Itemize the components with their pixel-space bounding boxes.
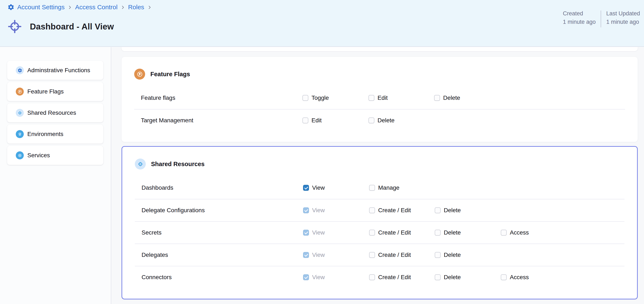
permission-checkbox[interactable] [501, 230, 507, 236]
account-settings-gear-icon [7, 4, 14, 11]
permission-option-delete[interactable]: Delete [434, 95, 460, 101]
page-title-row: Dashboard - All View [8, 19, 114, 34]
card-partial-top [122, 47, 638, 51]
permission-row-target-management: Target Management Edit Delete [134, 109, 625, 131]
permission-checkbox[interactable] [435, 230, 440, 236]
sidebar-item-feature-flags[interactable]: Feature Flags [7, 82, 103, 101]
breadcrumb-access-control[interactable]: Access Control [75, 4, 118, 11]
chevron-right-icon [147, 5, 152, 10]
sidebar-item-label: Environments [27, 131, 63, 137]
permission-row-label: Connectors [142, 274, 172, 281]
permission-rows: Feature flags Toggle Edit Delete Target … [134, 87, 625, 131]
permission-option-delete[interactable]: Delete [435, 207, 461, 214]
breadcrumb: Account Settings Access Control Roles [7, 4, 152, 11]
permission-row-feature-flags: Feature flags Toggle Edit Delete [134, 87, 625, 109]
page-header: Account Settings Access Control Roles Da… [0, 0, 644, 47]
permission-cards: Feature Flags Feature flags Toggle Edit … [122, 57, 638, 299]
permissions-content: Feature Flags Feature flags Toggle Edit … [111, 47, 644, 304]
permission-option-delete[interactable]: Delete [368, 117, 394, 124]
permission-checkbox-label: Delete [444, 251, 461, 258]
permission-option-access[interactable]: Access [501, 274, 529, 281]
permission-checkbox-label: Create / Edit [378, 274, 411, 281]
permission-checkbox-label: Delete [444, 274, 461, 281]
created-value: 1 minute ago [563, 18, 596, 26]
sidebar-item-icon [16, 109, 24, 117]
permission-checkbox[interactable] [368, 118, 374, 123]
permission-checkbox[interactable] [302, 95, 308, 101]
sidebar-item-icon [16, 66, 24, 74]
permission-option-create-edit[interactable]: Create / Edit [369, 207, 411, 214]
permission-option-view: View [303, 207, 325, 214]
permission-checkbox [303, 274, 309, 280]
permission-option-delete[interactable]: Delete [435, 229, 461, 236]
permission-rows: Dashboards View Manage Delegate Configur… [135, 177, 624, 288]
sidebar-item-shared-resources[interactable]: Shared Resources [7, 103, 103, 122]
permission-option-view: View [303, 251, 325, 258]
breadcrumb-account-settings[interactable]: Account Settings [17, 4, 64, 11]
permission-checkbox[interactable] [434, 95, 440, 101]
permission-checkbox[interactable] [501, 274, 507, 280]
permission-checkbox[interactable] [369, 252, 375, 258]
permission-card-icon [135, 159, 146, 169]
permission-checkbox-label: View [312, 184, 325, 191]
sidebar-item-adminstrative-functions[interactable]: Adminstrative Functions [7, 61, 103, 80]
sidebar-item-environments[interactable]: Environments [7, 125, 103, 144]
sidebar-item-label: Services [27, 152, 50, 159]
permission-checkbox-label: View [312, 251, 325, 258]
permission-checkbox[interactable] [303, 185, 309, 191]
permission-option-edit[interactable]: Edit [302, 117, 322, 124]
permission-checkbox-label: Create / Edit [378, 229, 411, 236]
created-info: Created 1 minute ago [563, 9, 596, 27]
permission-row-connectors: Connectors View Create / Edit Delete Acc… [135, 266, 624, 288]
permission-option-manage[interactable]: Manage [369, 184, 400, 191]
permission-option-toggle[interactable]: Toggle [302, 95, 329, 101]
permission-row-label: Target Management [141, 117, 193, 124]
permission-option-create-edit[interactable]: Create / Edit [369, 251, 411, 258]
permission-option-view[interactable]: View [303, 184, 325, 191]
sidebar-item-label: Shared Resources [27, 110, 76, 116]
permission-option-access[interactable]: Access [501, 229, 529, 236]
permission-checkbox[interactable] [435, 252, 440, 258]
permission-card-header: Feature Flags [134, 68, 625, 80]
permission-option-delete[interactable]: Delete [435, 251, 461, 258]
permission-card-title: Shared Resources [151, 161, 205, 168]
chevron-right-icon [120, 5, 125, 10]
resource-group-sidebar: Adminstrative Functions Feature Flags Sh… [0, 47, 111, 304]
permission-checkbox-label: Delete [378, 117, 394, 124]
permission-checkbox [303, 252, 309, 258]
permission-checkbox[interactable] [369, 274, 375, 280]
permission-checkbox-label: View [312, 207, 325, 214]
last-updated-value: 1 minute ago [606, 18, 640, 26]
last-updated-info: Last Updated 1 minute ago [606, 9, 640, 27]
permission-card-header: Shared Resources [135, 158, 624, 170]
permission-checkbox[interactable] [435, 274, 440, 280]
permission-row-label: Secrets [142, 229, 162, 236]
page-title: Dashboard - All View [30, 22, 114, 31]
permission-option-delete[interactable]: Delete [435, 274, 461, 281]
permission-checkbox[interactable] [435, 207, 440, 213]
sidebar-item-icon [16, 151, 24, 159]
meta-divider [601, 11, 601, 27]
sidebar-item-icon [16, 130, 24, 138]
permission-checkbox[interactable] [369, 207, 375, 213]
permission-checkbox-label: Edit [312, 117, 322, 124]
permission-checkbox-label: View [312, 229, 325, 236]
permission-card-icon [134, 69, 145, 80]
permission-checkbox-label: Access [510, 274, 529, 281]
last-updated-label: Last Updated [606, 9, 640, 18]
permission-checkbox-label: Delete [443, 95, 460, 101]
permission-row-secrets: Secrets View Create / Edit Delete Access [135, 221, 624, 244]
permission-option-edit[interactable]: Edit [368, 95, 388, 101]
permission-option-create-edit[interactable]: Create / Edit [369, 229, 411, 236]
sidebar-item-label: Feature Flags [27, 88, 64, 95]
sidebar-item-services[interactable]: Services [7, 146, 103, 165]
permission-checkbox[interactable] [302, 118, 308, 123]
permission-checkbox[interactable] [369, 185, 375, 191]
breadcrumb-roles[interactable]: Roles [128, 4, 144, 11]
permission-checkbox[interactable] [368, 95, 374, 101]
permission-checkbox-label: Delete [444, 229, 461, 236]
permission-option-create-edit[interactable]: Create / Edit [369, 274, 411, 281]
role-meta: Created 1 minute ago Last Updated 1 minu… [563, 9, 640, 27]
permission-checkbox[interactable] [369, 230, 375, 236]
created-label: Created [563, 9, 596, 18]
